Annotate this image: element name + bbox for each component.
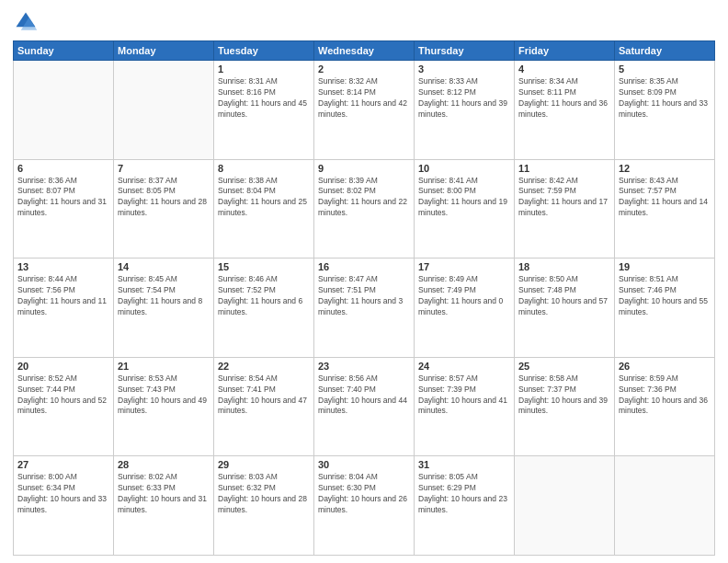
calendar-cell: [14, 61, 114, 160]
calendar-week-4: 27Sunrise: 8:00 AMSunset: 6:34 PMDayligh…: [14, 456, 715, 556]
day-info: Sunrise: 8:05 AMSunset: 6:29 PMDaylight:…: [418, 472, 510, 516]
calendar-cell: 15Sunrise: 8:46 AMSunset: 7:52 PMDayligh…: [214, 259, 314, 358]
calendar-cell: 23Sunrise: 8:56 AMSunset: 7:40 PMDayligh…: [314, 357, 415, 456]
day-info: Sunrise: 8:04 AMSunset: 6:30 PMDaylight:…: [318, 472, 410, 516]
day-number: 12: [619, 163, 711, 174]
day-number: 18: [518, 261, 610, 272]
day-number: 14: [118, 261, 210, 272]
calendar-cell: 16Sunrise: 8:47 AMSunset: 7:51 PMDayligh…: [314, 259, 415, 358]
weekday-header-friday: Friday: [515, 41, 615, 61]
day-info: Sunrise: 8:53 AMSunset: 7:43 PMDaylight:…: [118, 373, 210, 418]
day-info: Sunrise: 8:44 AMSunset: 7:56 PMDaylight:…: [17, 274, 109, 318]
day-number: 27: [17, 459, 109, 470]
day-number: 26: [619, 361, 711, 372]
calendar-cell: 8Sunrise: 8:38 AMSunset: 8:04 PMDaylight…: [214, 159, 314, 259]
day-number: 16: [318, 261, 410, 272]
calendar-cell: 10Sunrise: 8:41 AMSunset: 8:00 PMDayligh…: [415, 159, 515, 259]
calendar-week-1: 6Sunrise: 8:36 AMSunset: 8:07 PMDaylight…: [14, 159, 715, 259]
day-number: 8: [218, 163, 310, 174]
calendar-table: SundayMondayTuesdayWednesdayThursdayFrid…: [13, 40, 715, 556]
day-number: 29: [218, 459, 310, 470]
day-number: 17: [418, 261, 510, 272]
day-info: Sunrise: 8:34 AMSunset: 8:11 PMDaylight:…: [518, 76, 610, 121]
day-info: Sunrise: 8:45 AMSunset: 7:54 PMDaylight:…: [118, 274, 210, 318]
day-number: 2: [318, 63, 410, 75]
day-info: Sunrise: 8:39 AMSunset: 8:02 PMDaylight:…: [318, 176, 410, 220]
day-number: 30: [318, 459, 410, 470]
calendar-cell: 1Sunrise: 8:31 AMSunset: 8:16 PMDaylight…: [214, 61, 314, 160]
day-info: Sunrise: 8:47 AMSunset: 7:51 PMDaylight:…: [318, 274, 410, 318]
day-info: Sunrise: 8:59 AMSunset: 7:36 PMDaylight:…: [619, 373, 711, 418]
day-info: Sunrise: 8:57 AMSunset: 7:39 PMDaylight:…: [418, 373, 510, 418]
day-number: 5: [619, 63, 711, 75]
calendar-cell: [114, 61, 214, 160]
calendar-cell: 4Sunrise: 8:34 AMSunset: 8:11 PMDaylight…: [515, 61, 615, 160]
day-info: Sunrise: 8:58 AMSunset: 7:37 PMDaylight:…: [518, 373, 610, 418]
calendar-cell: 29Sunrise: 8:03 AMSunset: 6:32 PMDayligh…: [214, 456, 314, 556]
day-info: Sunrise: 8:03 AMSunset: 6:32 PMDaylight:…: [218, 472, 310, 516]
day-number: 7: [118, 163, 210, 174]
weekday-header-monday: Monday: [114, 41, 214, 61]
day-number: 19: [619, 261, 711, 272]
page: SundayMondayTuesdayWednesdayThursdayFrid…: [0, 0, 728, 563]
calendar-cell: 11Sunrise: 8:42 AMSunset: 7:59 PMDayligh…: [515, 159, 615, 259]
day-info: Sunrise: 8:50 AMSunset: 7:48 PMDaylight:…: [518, 274, 610, 318]
day-info: Sunrise: 8:37 AMSunset: 8:05 PMDaylight:…: [118, 176, 210, 220]
day-number: 28: [118, 459, 210, 470]
day-number: 24: [418, 361, 510, 372]
day-info: Sunrise: 8:54 AMSunset: 7:41 PMDaylight:…: [218, 373, 310, 418]
day-info: Sunrise: 8:41 AMSunset: 8:00 PMDaylight:…: [418, 176, 510, 220]
day-info: Sunrise: 8:52 AMSunset: 7:44 PMDaylight:…: [17, 373, 109, 418]
header: [13, 9, 715, 35]
day-info: Sunrise: 8:33 AMSunset: 8:12 PMDaylight:…: [418, 76, 510, 121]
weekday-header-saturday: Saturday: [615, 41, 715, 61]
day-info: Sunrise: 8:38 AMSunset: 8:04 PMDaylight:…: [218, 176, 310, 220]
day-info: Sunrise: 8:32 AMSunset: 8:14 PMDaylight:…: [318, 76, 410, 121]
calendar-cell: 9Sunrise: 8:39 AMSunset: 8:02 PMDaylight…: [314, 159, 415, 259]
weekday-header-sunday: Sunday: [14, 41, 114, 61]
calendar-cell: 27Sunrise: 8:00 AMSunset: 6:34 PMDayligh…: [14, 456, 114, 556]
day-number: 25: [518, 361, 610, 372]
calendar-cell: 26Sunrise: 8:59 AMSunset: 7:36 PMDayligh…: [615, 357, 715, 456]
day-number: 15: [218, 261, 310, 272]
calendar-cell: 28Sunrise: 8:02 AMSunset: 6:33 PMDayligh…: [114, 456, 214, 556]
logo: [13, 9, 42, 35]
calendar-cell: 20Sunrise: 8:52 AMSunset: 7:44 PMDayligh…: [14, 357, 114, 456]
calendar-cell: 2Sunrise: 8:32 AMSunset: 8:14 PMDaylight…: [314, 61, 415, 160]
calendar-cell: 30Sunrise: 8:04 AMSunset: 6:30 PMDayligh…: [314, 456, 415, 556]
calendar-week-3: 20Sunrise: 8:52 AMSunset: 7:44 PMDayligh…: [14, 357, 715, 456]
calendar-cell: 14Sunrise: 8:45 AMSunset: 7:54 PMDayligh…: [114, 259, 214, 358]
day-info: Sunrise: 8:31 AMSunset: 8:16 PMDaylight:…: [218, 76, 310, 121]
calendar-cell: 24Sunrise: 8:57 AMSunset: 7:39 PMDayligh…: [415, 357, 515, 456]
day-number: 9: [318, 163, 410, 174]
day-number: 23: [318, 361, 410, 372]
day-info: Sunrise: 8:00 AMSunset: 6:34 PMDaylight:…: [17, 472, 109, 516]
logo-icon: [13, 9, 39, 35]
day-number: 31: [418, 459, 510, 470]
calendar-cell: 21Sunrise: 8:53 AMSunset: 7:43 PMDayligh…: [114, 357, 214, 456]
day-number: 1: [218, 63, 310, 75]
weekday-header-wednesday: Wednesday: [314, 41, 415, 61]
calendar-cell: 7Sunrise: 8:37 AMSunset: 8:05 PMDaylight…: [114, 159, 214, 259]
day-number: 10: [418, 163, 510, 174]
calendar-cell: 22Sunrise: 8:54 AMSunset: 7:41 PMDayligh…: [214, 357, 314, 456]
calendar-cell: 6Sunrise: 8:36 AMSunset: 8:07 PMDaylight…: [14, 159, 114, 259]
calendar-cell: 31Sunrise: 8:05 AMSunset: 6:29 PMDayligh…: [415, 456, 515, 556]
day-info: Sunrise: 8:49 AMSunset: 7:49 PMDaylight:…: [418, 274, 510, 318]
day-number: 6: [17, 163, 109, 174]
calendar-cell: [515, 456, 615, 556]
calendar-cell: 12Sunrise: 8:43 AMSunset: 7:57 PMDayligh…: [615, 159, 715, 259]
day-number: 4: [518, 63, 610, 75]
day-info: Sunrise: 8:56 AMSunset: 7:40 PMDaylight:…: [318, 373, 410, 418]
day-info: Sunrise: 8:42 AMSunset: 7:59 PMDaylight:…: [518, 176, 610, 220]
calendar-cell: 18Sunrise: 8:50 AMSunset: 7:48 PMDayligh…: [515, 259, 615, 358]
day-info: Sunrise: 8:46 AMSunset: 7:52 PMDaylight:…: [218, 274, 310, 318]
calendar-week-2: 13Sunrise: 8:44 AMSunset: 7:56 PMDayligh…: [14, 259, 715, 358]
day-info: Sunrise: 8:35 AMSunset: 8:09 PMDaylight:…: [619, 76, 711, 121]
weekday-header-thursday: Thursday: [415, 41, 515, 61]
weekday-header-tuesday: Tuesday: [214, 41, 314, 61]
day-number: 13: [17, 261, 109, 272]
calendar-cell: 13Sunrise: 8:44 AMSunset: 7:56 PMDayligh…: [14, 259, 114, 358]
day-info: Sunrise: 8:02 AMSunset: 6:33 PMDaylight:…: [118, 472, 210, 516]
day-number: 20: [17, 361, 109, 372]
